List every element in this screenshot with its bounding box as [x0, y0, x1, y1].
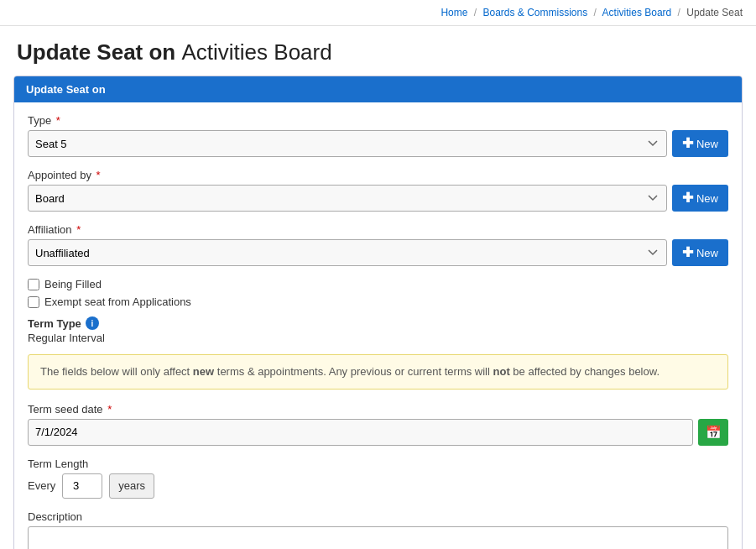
page-title-suffix: Activities Board: [181, 39, 331, 65]
type-label: Type *: [28, 114, 728, 127]
term-seed-date-required: *: [107, 403, 112, 416]
breadcrumb-sep-1: /: [474, 7, 477, 18]
appointed-by-new-button[interactable]: ✚ New: [672, 185, 728, 212]
term-seed-date-label: Term seed date *: [28, 403, 728, 416]
term-seed-date-input[interactable]: [28, 419, 693, 446]
description-row: Description: [28, 510, 728, 550]
being-filled-row: Being Filled: [28, 278, 728, 290]
being-filled-checkbox[interactable]: [28, 279, 39, 290]
breadcrumb-home[interactable]: Home: [441, 7, 467, 18]
warning-text-1: The fields below will only affect: [40, 365, 193, 378]
exempt-row: Exempt seat from Applications: [28, 295, 728, 308]
exempt-checkbox[interactable]: [28, 296, 39, 308]
appointed-by-label: Appointed by *: [28, 169, 728, 181]
appointed-by-select[interactable]: Board: [28, 185, 667, 212]
term-seed-date-input-row: 📅: [28, 419, 728, 446]
appointed-by-new-label: New: [696, 192, 718, 205]
affiliation-select-row: Unaffiliated ✚ New: [28, 239, 728, 266]
affiliation-new-button[interactable]: ✚ New: [672, 239, 728, 266]
breadcrumb-sep-3: /: [678, 7, 680, 18]
breadcrumb-current: Update Seat: [686, 7, 743, 18]
affiliation-new-label: New: [696, 247, 718, 259]
appointed-by-row: Appointed by * Board ✚ New: [28, 169, 728, 212]
affiliation-required: *: [76, 223, 81, 236]
type-new-label: New: [696, 138, 718, 150]
type-select-row: Seat 5 ✚ New: [28, 130, 728, 157]
form-card: Update Seat on Type * Seat 5 ✚ New Appoi…: [13, 76, 743, 549]
type-select[interactable]: Seat 5: [28, 130, 667, 157]
term-type-heading: Term Type i: [28, 316, 728, 330]
type-required: *: [56, 114, 60, 127]
page-title: Update Seat on Activities Board: [0, 26, 756, 76]
term-type-info-icon[interactable]: i: [86, 316, 99, 330]
term-seed-date-row: Term seed date * 📅: [28, 403, 728, 446]
warning-bold-2: not: [493, 365, 510, 378]
warning-text-2: terms & appointments. Any previous or cu…: [214, 365, 493, 378]
type-row: Type * Seat 5 ✚ New: [28, 114, 728, 157]
years-label: years: [109, 473, 154, 499]
plus-icon: ✚: [682, 137, 693, 150]
breadcrumb-sep-2: /: [594, 7, 597, 18]
warning-bold-1: new: [193, 365, 214, 378]
being-filled-label[interactable]: Being Filled: [44, 278, 102, 290]
description-textarea[interactable]: [28, 526, 728, 550]
calendar-button[interactable]: 📅: [698, 419, 728, 446]
calendar-icon: 📅: [706, 425, 722, 440]
breadcrumb: Home / Boards & Commissions / Activities…: [0, 0, 756, 26]
breadcrumb-boards[interactable]: Boards & Commissions: [482, 7, 587, 18]
affiliation-row: Affiliation * Unaffiliated ✚ New: [28, 223, 728, 266]
warning-box: The fields below will only affect new te…: [28, 354, 728, 390]
affiliation-select[interactable]: Unaffiliated: [28, 239, 667, 266]
type-new-button[interactable]: ✚ New: [672, 130, 728, 157]
form-card-body: Type * Seat 5 ✚ New Appointed by *: [14, 102, 742, 549]
term-length-inputs: Every years: [28, 473, 728, 499]
term-length-row-container: Term Length Every years: [28, 458, 728, 499]
affiliation-label: Affiliation *: [28, 223, 728, 236]
exempt-label[interactable]: Exempt seat from Applications: [44, 295, 191, 308]
term-type-value: Regular Interval: [28, 332, 728, 344]
page-title-prefix: Update Seat on: [17, 39, 175, 65]
plus-icon-3: ✚: [682, 246, 693, 259]
term-type-row: Term Type i Regular Interval: [28, 316, 728, 344]
appointed-by-select-row: Board ✚ New: [28, 185, 728, 212]
description-label: Description: [28, 510, 728, 523]
warning-text-3: be affected by changes below.: [510, 365, 660, 378]
every-label: Every: [28, 479, 55, 492]
breadcrumb-activities[interactable]: Activities Board: [602, 7, 672, 18]
appointed-by-required: *: [96, 169, 101, 181]
form-card-header: Update Seat on: [14, 76, 742, 102]
term-number-input[interactable]: [62, 473, 102, 499]
plus-icon-2: ✚: [682, 191, 693, 205]
term-length-label: Term Length: [28, 458, 728, 470]
